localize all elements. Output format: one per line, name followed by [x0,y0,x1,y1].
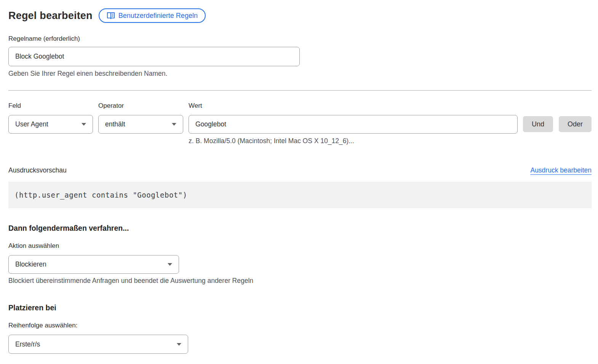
rule-editor-page: Regel bearbeiten Benutzerdefinierte Rege… [0,0,598,354]
rule-name-input[interactable] [8,47,300,66]
placement-section: Platzieren bei Reihenfolge auswählen: Er… [8,303,592,354]
action-select[interactable]: Blockieren [8,255,179,274]
action-section: Dann folgendermaßen verfahren... Aktion … [8,224,592,285]
expression-header: Ausdrucksvorschau Ausdruck bearbeiten [8,166,592,174]
open-book-icon [107,12,115,19]
edit-expression-link[interactable]: Ausdruck bearbeiten [530,166,592,174]
chevron-down-icon [172,123,176,126]
custom-rules-badge-label: Benutzerdefinierte Regeln [118,12,198,20]
operator-column: Operator enthält [98,102,183,134]
operator-label: Operator [98,102,183,110]
expression-code: (http.user_agent contains "Googlebot") [14,191,187,199]
section-divider [8,90,592,91]
expression-preview-box: (http.user_agent contains "Googlebot") [8,182,592,208]
action-help: Blockiert übereinstimmende Anfragen und … [8,277,592,285]
action-select-label: Aktion auswählen [8,242,592,250]
operator-select[interactable]: enthält [98,115,183,134]
chevron-down-icon [177,343,181,346]
order-select-value: Erste/r/s [15,340,40,348]
field-select[interactable]: User Agent [8,115,93,134]
rule-name-section: Regelname (erforderlich) Geben Sie Ihrer… [8,35,592,78]
value-input[interactable] [189,115,518,134]
action-select-value: Blockieren [15,260,46,268]
field-select-value: User Agent [15,120,48,128]
order-select-label: Reihenfolge auswählen: [8,321,592,329]
field-label: Feld [8,102,93,110]
operator-select-value: enthält [105,120,125,128]
chevron-down-icon [82,123,86,126]
and-button[interactable]: Und [523,116,553,132]
value-label: Wert [189,102,518,110]
expression-preview-label: Ausdrucksvorschau [8,166,67,174]
rule-name-help: Geben Sie Ihrer Regel einen beschreibend… [8,70,592,78]
chevron-down-icon [168,263,172,266]
or-button[interactable]: Oder [559,116,592,132]
page-title: Regel bearbeiten [8,8,93,23]
action-heading: Dann folgendermaßen verfahren... [8,224,592,233]
value-help: z. B. Mozilla/5.0 (Macintosh; Intel Mac … [189,137,518,145]
page-header: Regel bearbeiten Benutzerdefinierte Rege… [8,8,592,23]
placement-heading: Platzieren bei [8,303,592,312]
field-column: Feld User Agent [8,102,93,134]
order-select[interactable]: Erste/r/s [8,335,188,354]
condition-row: Feld User Agent Operator enthält Wert z.… [8,102,592,145]
value-column: Wert z. B. Mozilla/5.0 (Macintosh; Intel… [189,102,518,145]
custom-rules-badge-button[interactable]: Benutzerdefinierte Regeln [99,8,206,23]
rule-name-label: Regelname (erforderlich) [8,35,592,43]
